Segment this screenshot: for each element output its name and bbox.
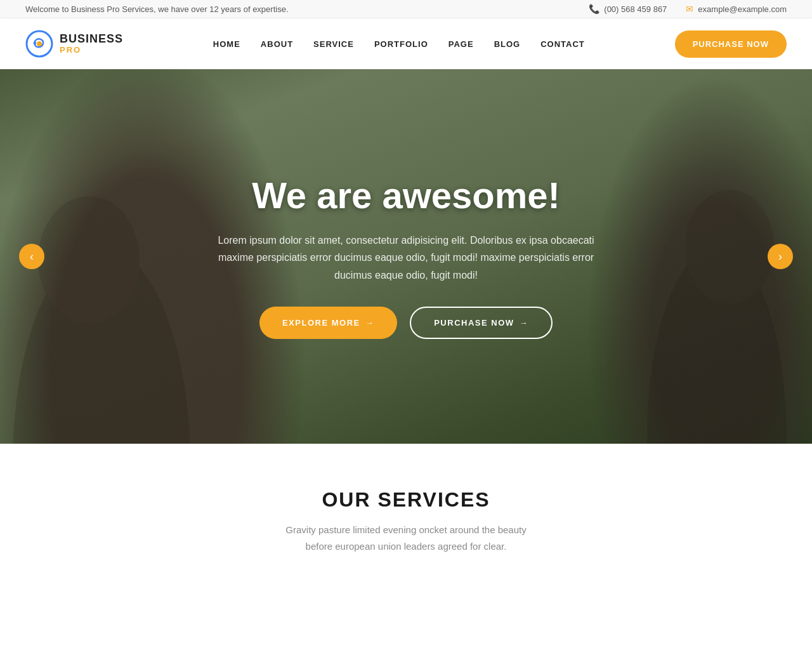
nav-home[interactable]: HOME [213, 39, 240, 49]
svg-point-3 [38, 196, 140, 323]
explore-more-button[interactable]: EXPLORE MORE → [259, 307, 397, 339]
header: BUSINESS PRO HOME ABOUT SERVICE PORTFOLI… [0, 18, 812, 69]
welcome-text: Welcome to Business Pro Services, we hav… [25, 4, 289, 14]
hero-title: We are awesome! [203, 174, 609, 216]
hero-description: Lorem ipsum dolor sit amet, consectetur … [203, 232, 609, 284]
nav-contact[interactable]: CONTACT [540, 39, 585, 49]
arrow-right-purchase-icon: → [520, 318, 529, 328]
logo-pro: PRO [60, 46, 123, 55]
logo-icon [25, 30, 53, 58]
services-section: OUR SERVICES Gravity pasture limited eve… [0, 444, 812, 580]
main-nav: HOME ABOUT SERVICE PORTFOLIO PAGE BLOG C… [213, 39, 585, 49]
svg-point-1 [37, 41, 42, 46]
hero-section: ‹ We are awesome! Lorem ipsum dolor sit … [0, 69, 812, 444]
nav-portfolio[interactable]: PORTFOLIO [374, 39, 428, 49]
nav-about[interactable]: ABOUT [261, 39, 293, 49]
logo-business: BUSINESS [60, 33, 123, 46]
services-title: OUR SERVICES [25, 488, 787, 512]
nav-blog[interactable]: BLOG [494, 39, 521, 49]
email-item: ✉ example@example.com [686, 4, 787, 14]
nav-page[interactable]: PAGE [449, 39, 474, 49]
hero-purchase-button[interactable]: PURCHASE NOW → [410, 307, 553, 339]
phone-icon: 📞 [589, 4, 599, 14]
arrow-right-icon: › [778, 250, 782, 263]
top-bar: Welcome to Business Pro Services, we hav… [0, 0, 812, 18]
hero-content: We are awesome! Lorem ipsum dolor sit am… [178, 174, 634, 339]
carousel-arrow-right[interactable]: › [768, 244, 793, 269]
svg-point-5 [685, 190, 774, 304]
logo-text: BUSINESS PRO [60, 33, 123, 55]
arrow-right-explore-icon: → [365, 318, 375, 328]
logo: BUSINESS PRO [25, 30, 123, 58]
nav-service[interactable]: SERVICE [313, 39, 354, 49]
email-address: example@example.com [698, 4, 787, 14]
services-description: Gravity pasture limited evening oncket a… [279, 522, 533, 554]
phone-number: (00) 568 459 867 [604, 4, 667, 14]
email-icon: ✉ [686, 4, 693, 14]
phone-item: 📞 (00) 568 459 867 [589, 4, 667, 14]
purchase-now-button[interactable]: PURCHASE NOW [675, 30, 787, 58]
hero-buttons: EXPLORE MORE → PURCHASE NOW → [203, 307, 609, 339]
carousel-arrow-left[interactable]: ‹ [19, 244, 44, 269]
arrow-left-icon: ‹ [30, 250, 34, 263]
top-bar-contact: 📞 (00) 568 459 867 ✉ example@example.com [589, 4, 787, 14]
